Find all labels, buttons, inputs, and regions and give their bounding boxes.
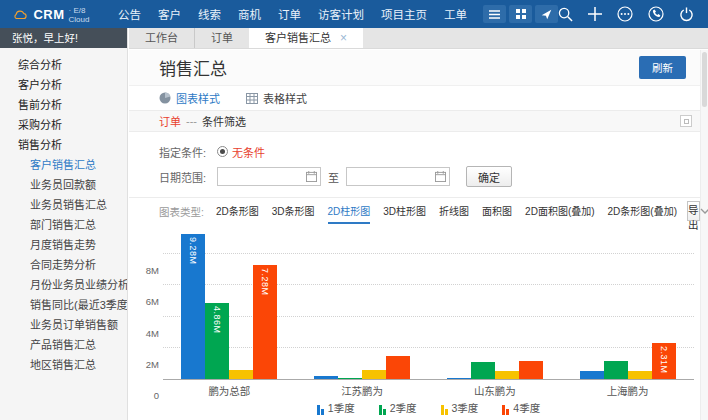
view-mode-table[interactable]: 表格样式 [246, 90, 307, 106]
sidebar-item-15[interactable]: 地区销售汇总 [0, 355, 127, 375]
sidebar-item-13[interactable]: 业务员订单销售额 [0, 315, 127, 335]
page-header: 销售汇总 刷新 [129, 50, 700, 86]
nav-menu-item-5[interactable]: 访客计划 [318, 6, 364, 22]
date-from-input[interactable] [218, 169, 306, 184]
chart-type-item-1[interactable]: 3D条形图 [272, 198, 315, 224]
top-navbar: CRM · E/8 Cloud 公告客户线索商机订单访客计划项目主页工单 [0, 0, 708, 28]
tab-close-icon[interactable]: × [340, 32, 347, 44]
bar-series2-cat1[interactable]: 4.86M [205, 303, 229, 379]
bar-series1-cat4[interactable] [580, 371, 604, 379]
bar-value-label: 2.31M [659, 346, 669, 374]
sidebar-item-4[interactable]: 销售分析 [0, 135, 127, 155]
nav-menu-item-1[interactable]: 客户 [158, 6, 181, 22]
sidebar-item-12[interactable]: 销售同比(最近3季度⑥周) [0, 295, 127, 315]
tab-0[interactable]: 工作台 [129, 28, 195, 48]
bar-series4-cat1[interactable]: 7.28M [253, 265, 277, 379]
category-label-2: 山东鹏为 [429, 383, 562, 398]
legend-item-3[interactable]: 4季度 [502, 400, 540, 415]
sidebar-item-8[interactable]: 部门销售汇总 [0, 215, 127, 235]
sidebar-item-11[interactable]: 月份业务员业绩分析 [0, 275, 127, 295]
date-range-label: 日期范围: [159, 169, 217, 185]
y-tick-label: 8M [137, 265, 159, 276]
chart-plot-area: 9.28M4.86M7.28M2.31M [163, 230, 694, 380]
chart-groups: 9.28M4.86M7.28M2.31M [163, 230, 694, 379]
send-icon[interactable] [535, 5, 558, 23]
sidebar-item-2[interactable]: 售前分析 [0, 95, 127, 115]
view-mode-chart[interactable]: 图表样式 [159, 90, 220, 106]
sidebar-item-3[interactable]: 采购分析 [0, 115, 127, 135]
bar-series2-cat4[interactable] [604, 361, 628, 379]
sidebar-item-1[interactable]: 客户分析 [0, 75, 127, 95]
date-from-wrapper [217, 167, 321, 186]
sidebar-item-9[interactable]: 月度销售走势 [0, 235, 127, 255]
legend-bar-icon [502, 405, 509, 415]
date-to-label: 至 [328, 169, 339, 185]
calendar-icon[interactable] [435, 171, 446, 182]
app-logo[interactable]: CRM · E/8 Cloud [0, 4, 108, 24]
nav-menu-item-0[interactable]: 公告 [118, 6, 141, 22]
nav-menu-item-4[interactable]: 订单 [278, 6, 301, 22]
bar-series3-cat4[interactable] [628, 371, 652, 379]
bar-series2-cat3[interactable] [471, 362, 495, 379]
bar-series4-cat2[interactable] [386, 356, 410, 379]
scrollbar-thumb[interactable] [702, 52, 707, 107]
calendar-icon[interactable] [306, 171, 317, 182]
sidebar-menu: 综合分析客户分析售前分析采购分析销售分析客户销售汇总业务员回款额业务员销售汇总部… [0, 48, 127, 375]
category-label-1: 江苏鹏为 [296, 383, 429, 398]
vertical-scrollbar[interactable] [700, 50, 708, 420]
bar-series3-cat2[interactable] [362, 370, 386, 379]
bar-series2-cat2[interactable] [338, 378, 362, 380]
nav-menu-item-6[interactable]: 项目主页 [381, 6, 427, 22]
sidebar-item-5[interactable]: 客户销售汇总 [0, 155, 127, 175]
bar-series4-cat3[interactable] [519, 361, 543, 379]
chart-type-item-6[interactable]: 2D面积图(叠加) [525, 198, 594, 224]
nav-menu-item-7[interactable]: 工单 [444, 6, 467, 22]
power-icon[interactable] [679, 7, 694, 22]
collapse-panel-icon[interactable] [680, 115, 692, 127]
chevron-down-icon[interactable] [700, 208, 708, 214]
tab-2[interactable]: 客户销售汇总× [249, 28, 363, 48]
date-to-input[interactable] [347, 169, 435, 184]
logo-text: CRM [33, 7, 64, 22]
view-mode-chart-label: 图表样式 [176, 90, 220, 106]
plus-icon[interactable] [588, 7, 602, 21]
chart-type-item-4[interactable]: 折线图 [439, 198, 469, 224]
export-button[interactable]: 导出 [687, 201, 700, 221]
chart-type-item-0[interactable]: 2D条形图 [216, 198, 259, 224]
bar-series1-cat2[interactable] [314, 376, 338, 379]
sidebar-item-7[interactable]: 业务员销售汇总 [0, 195, 127, 215]
chart-type-item-5[interactable]: 面积图 [482, 198, 512, 224]
chart-type-item-3[interactable]: 3D柱形图 [383, 198, 426, 224]
table-icon [246, 93, 258, 104]
tab-1[interactable]: 订单 [195, 28, 249, 48]
sidebar-item-14[interactable]: 产品销售汇总 [0, 335, 127, 355]
more-icon[interactable] [617, 6, 633, 22]
nav-menu-item-2[interactable]: 线索 [198, 6, 221, 22]
no-condition-radio[interactable] [217, 146, 228, 157]
phone-icon[interactable] [648, 6, 664, 22]
sidebar-item-6[interactable]: 业务员回款额 [0, 175, 127, 195]
chart-group-1 [296, 230, 429, 379]
hamburger-icon[interactable] [483, 5, 506, 23]
legend-label: 4季度 [513, 400, 540, 415]
chart-type-item-7[interactable]: 2D条形图(叠加) [608, 198, 677, 224]
bar-series3-cat3[interactable] [495, 371, 519, 379]
bar-series3-cat1[interactable] [229, 370, 253, 379]
sidebar-item-10[interactable]: 合同走势分析 [0, 255, 127, 275]
chart-type-item-2[interactable]: 2D柱形图 [328, 198, 371, 224]
grid-icon[interactable] [509, 5, 532, 23]
nav-menu-item-3[interactable]: 商机 [238, 6, 261, 22]
legend-item-1[interactable]: 2季度 [379, 400, 417, 415]
tab-label: 客户销售汇总 [265, 28, 331, 49]
bar-series4-cat4[interactable]: 2.31M [652, 343, 676, 379]
sidebar-item-0[interactable]: 综合分析 [0, 55, 127, 75]
bar-series1-cat3[interactable] [447, 378, 471, 380]
legend-item-0[interactable]: 1季度 [317, 400, 355, 415]
confirm-button[interactable]: 确定 [466, 166, 512, 187]
bar-series1-cat1[interactable]: 9.28M [181, 234, 205, 379]
search-icon[interactable] [558, 7, 573, 22]
legend-label: 2季度 [390, 400, 417, 415]
navbar-right-actions [558, 6, 708, 22]
legend-item-2[interactable]: 3季度 [441, 400, 479, 415]
refresh-button[interactable]: 刷新 [639, 56, 686, 79]
